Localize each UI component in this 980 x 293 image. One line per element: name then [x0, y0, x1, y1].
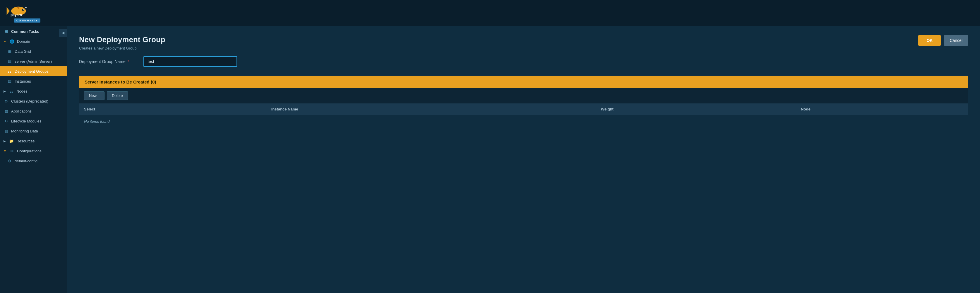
server-instances-section: Server Instances to Be Created (0) New..…	[79, 75, 968, 128]
server-icon: ▤	[7, 59, 12, 64]
sidebar-item-data-grid[interactable]: ▦ Data Grid	[0, 46, 67, 56]
chevron-right-icon-resources: ▶	[3, 139, 6, 143]
col-header-node: Node	[796, 103, 968, 115]
sidebar-collapse-button[interactable]: ◀	[59, 29, 67, 37]
grid-icon: ⊞	[3, 29, 9, 34]
sidebar-item-server[interactable]: ▤ server (Admin Server)	[0, 56, 67, 66]
deployment-groups-icon: ⚏	[7, 69, 12, 74]
data-grid-icon: ▦	[7, 49, 12, 54]
sidebar-item-instances[interactable]: ▤ Instances	[0, 76, 67, 86]
globe-icon: 🌐	[10, 39, 14, 44]
content-area: New Deployment Group Creates a new Deplo…	[67, 26, 980, 293]
sidebar-item-configurations[interactable]: ▼ ⚙ Configurations	[0, 146, 67, 156]
instances-table: Select Instance Name Weight Node No item…	[80, 103, 968, 128]
group-name-input[interactable]	[143, 56, 237, 67]
svg-marker-1	[7, 7, 10, 15]
lifecycle-icon: ↻	[3, 118, 9, 124]
svg-text:payara: payara	[11, 13, 22, 17]
resources-icon: 📁	[9, 138, 14, 144]
table-section-header: Server Instances to Be Created (0)	[80, 76, 968, 88]
chevron-down-icon: ▼	[3, 40, 6, 43]
nodes-icon: ⚏	[9, 88, 14, 94]
table-header-row: Select Instance Name Weight Node	[80, 103, 968, 115]
sidebar-item-common-tasks[interactable]: ⊞ Common Tasks	[0, 26, 67, 36]
no-items-message: No items found.	[80, 115, 968, 128]
sidebar-item-monitoring-data[interactable]: ▥ Monitoring Data	[0, 126, 67, 136]
col-header-select: Select	[80, 103, 267, 115]
monitor-icon: ▥	[3, 128, 9, 134]
page-title: New Deployment Group	[79, 35, 165, 44]
header-buttons: OK Cancel	[918, 35, 968, 46]
col-header-instance-name: Instance Name	[267, 103, 596, 115]
applications-icon: ▦	[3, 109, 9, 114]
page-subtitle: Creates a new Deployment Group	[79, 46, 165, 50]
new-instance-button[interactable]: New...	[84, 91, 105, 100]
sidebar-item-nodes[interactable]: ▶ ⚏ Nodes	[0, 86, 67, 96]
sidebar-item-resources[interactable]: ▶ 📁 Resources	[0, 136, 67, 146]
payara-logo: payara	[6, 3, 29, 20]
sidebar-item-applications[interactable]: ▦ Applications	[0, 106, 67, 116]
table-empty-row: No items found.	[80, 115, 968, 128]
table-actions: New... Delete	[80, 88, 968, 103]
form-row-group-name: Deployment Group Name *	[79, 56, 968, 67]
configurations-icon: ⚙	[10, 148, 14, 154]
cancel-button[interactable]: Cancel	[944, 35, 968, 46]
title-block: New Deployment Group Creates a new Deplo…	[79, 35, 165, 50]
sidebar-item-domain[interactable]: ▼ 🌐 Domain	[0, 36, 67, 46]
col-header-weight: Weight	[596, 103, 796, 115]
clusters-icon: ⚙	[3, 98, 9, 104]
ok-button[interactable]: OK	[918, 35, 941, 46]
content-header: New Deployment Group Creates a new Deplo…	[79, 35, 968, 50]
svg-point-6	[25, 7, 27, 8]
instances-icon: ▤	[7, 78, 12, 84]
sidebar-item-lifecycle-modules[interactable]: ↻ Lifecycle Modules	[0, 116, 67, 126]
group-name-label: Deployment Group Name *	[79, 59, 143, 64]
svg-point-3	[23, 10, 24, 10]
logo-area: payara COMMUNITY	[6, 3, 40, 22]
community-badge: COMMUNITY	[14, 18, 40, 22]
main-layout: ◀ ⊞ Common Tasks ▼ 🌐 Domain ▦ Data Grid …	[0, 26, 980, 293]
sidebar: ◀ ⊞ Common Tasks ▼ 🌐 Domain ▦ Data Grid …	[0, 26, 67, 293]
app-header: payara COMMUNITY	[0, 0, 980, 26]
delete-instance-button[interactable]: Delete	[107, 91, 128, 100]
chevron-right-icon: ▶	[3, 90, 6, 93]
chevron-down-icon-config: ▼	[3, 149, 6, 153]
sidebar-item-deployment-groups[interactable]: ⚏ Deployment Groups	[0, 66, 67, 76]
sidebar-item-clusters[interactable]: ⚙ Clusters (Deprecated)	[0, 96, 67, 106]
default-config-icon: ⚙	[7, 158, 12, 163]
sidebar-item-default-config[interactable]: ⚙ default-config	[0, 156, 67, 166]
required-indicator: *	[127, 59, 129, 64]
